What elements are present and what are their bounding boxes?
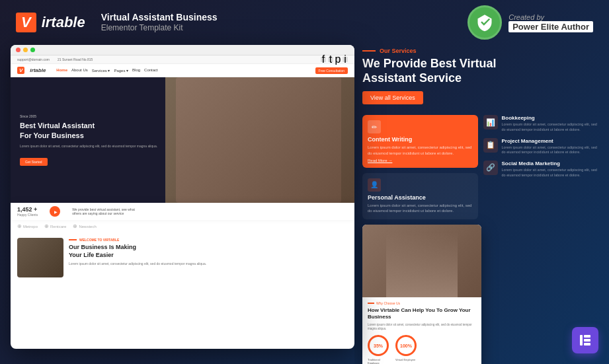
bookkeeping-icon: 📊 — [483, 115, 498, 129]
nav-contact: Contact — [144, 68, 158, 73]
partner-3: ⊕ Newstech — [73, 223, 96, 229]
site-logo-text: irtable — [30, 67, 46, 73]
play-button[interactable]: ▶ — [50, 206, 60, 217]
nav-cta-button[interactable]: Free Consultation — [315, 67, 348, 74]
services-tag: Our Services — [362, 48, 598, 54]
service-card-personal: 👤 Personal Assistance Lorem ipsum dolor … — [362, 173, 478, 219]
services-col-left: ✏ Content Writing Lorem ipsum dolor sit … — [362, 115, 478, 219]
service-desc-content-writing: Lorem ipsum dolor sit amet, consectetur … — [368, 145, 473, 156]
about-title-2: Your Life Easier — [69, 252, 348, 260]
view-all-services-button[interactable]: View all Services — [362, 91, 423, 104]
stats-circles: 35% Traditional Employee 100% Virtual Em… — [368, 335, 476, 364]
project-desc: Lorem ipsum dolor sit amet, consectetur … — [502, 145, 599, 155]
stat-block: 1,452 + Happy Clients — [17, 206, 38, 217]
hero-cta-button[interactable]: Get Started — [20, 158, 48, 166]
badge-text: Created by Power Elite Author — [508, 13, 593, 32]
twitter-icon: t — [328, 57, 333, 62]
stat-label: Happy Clients — [17, 213, 38, 217]
social-name: Social Media Marketing — [502, 161, 599, 166]
browser-chrome — [11, 45, 354, 55]
svg-rect-0 — [580, 335, 583, 346]
screenshot-why-choose: Why Choose Us How Virtable Can Help You … — [362, 225, 481, 364]
services-header: Our Services We Provide Best Virtual Ass… — [362, 45, 598, 110]
why-tag: Why Choose Us — [368, 301, 476, 305]
about-content: Welcome To Virtable Our Business Is Maki… — [69, 238, 348, 277]
why-content: Why Choose Us How Virtable Can Help You … — [362, 297, 481, 364]
contact-email: support@domain.com — [17, 57, 50, 61]
title-area: Virtual Assistant Business Elementor Tem… — [101, 11, 218, 34]
title-sub: Elementor Template Kit — [101, 23, 218, 34]
instagram-icon: i — [343, 57, 348, 62]
svg-rect-3 — [584, 343, 590, 346]
stats-bar: 1,452 + Happy Clients ▶ We provide best … — [11, 203, 354, 220]
logo-v: V — [16, 13, 36, 32]
service-name-personal: Personal Assistance — [368, 194, 473, 201]
bookkeeping-content: Bookkeeping Lorem ipsum dolor sit amet, … — [502, 115, 599, 132]
virtual-num: 100% — [400, 344, 412, 348]
facebook-icon: f — [321, 57, 326, 62]
person-silhouette — [386, 232, 458, 297]
hero-title-line1: Best Virtual Assistant — [20, 121, 157, 130]
logo-text: irtable — [42, 14, 85, 31]
stat-number: 1,452 + — [17, 206, 38, 213]
elementor-icon — [577, 332, 593, 348]
content-writing-icon: ✏ — [368, 120, 381, 133]
project-name: Project Management — [502, 138, 599, 144]
traditional-label: Traditional Employee — [368, 358, 391, 364]
svg-rect-2 — [584, 339, 590, 342]
hero-title-line2: For Your Business — [20, 131, 157, 140]
partner-1: ⊕ Metropo — [17, 223, 38, 229]
nav-services: Services ▾ — [92, 68, 110, 73]
screenshot-left: support@domain.com 21 Sunset Road No.815… — [11, 45, 354, 349]
created-by-label: Created by — [508, 13, 593, 21]
virtual-stat: 100% Virtual Employee — [395, 335, 419, 364]
read-more-link[interactable]: Read More → — [368, 159, 473, 163]
hero-person-area — [176, 77, 341, 203]
why-desc: Lorem ipsum dolor sit amet, consectetur … — [368, 323, 476, 332]
about-text: Lorem ipsum dolor sit amet, consectetur … — [69, 262, 348, 266]
right-panel: Our Services We Provide Best Virtual Ass… — [354, 45, 598, 364]
elementor-badge — [572, 327, 598, 353]
contact-address: 21 Sunset Road No.815 — [58, 57, 93, 61]
minimize-dot — [23, 48, 28, 52]
service-item-social: 🔗 Social Media Marketing Lorem ipsum dol… — [483, 161, 599, 178]
services-title-1: We Provide Best Virtual — [362, 57, 598, 71]
traditional-num: 35% — [374, 344, 383, 348]
service-name-content-writing: Content Writing — [368, 136, 473, 143]
content-area: support@domain.com 21 Sunset Road No.815… — [0, 45, 609, 364]
title-main: Virtual Assistant Business — [101, 11, 218, 23]
stat-desc: We provide best virtual assistant, see w… — [72, 207, 138, 216]
about-title: Our Business Is Making Your Life Easier — [69, 244, 348, 259]
why-choose-image — [362, 225, 481, 297]
virtual-label: Virtual Employee — [395, 358, 419, 361]
contact-bar: support@domain.com 21 Sunset Road No.815… — [11, 55, 354, 64]
hero-since: Since 2005 — [20, 114, 157, 118]
top-header: V irtable Virtual Assistant Business Ele… — [0, 0, 609, 45]
partners-bar: ⊕ Metropo ⊕ Rentcare ⊕ Newstech — [11, 220, 354, 233]
project-icon: 📋 — [483, 138, 498, 153]
services-col-right: 📊 Bookkeeping Lorem ipsum dolor sit amet… — [483, 115, 599, 219]
service-item-bookkeeping: 📊 Bookkeeping Lorem ipsum dolor sit amet… — [483, 115, 599, 132]
social-icons: f t p i — [321, 57, 348, 62]
pinterest-icon: p — [335, 57, 341, 62]
traditional-ring: 35% — [368, 335, 389, 356]
shield-check-icon — [475, 13, 494, 32]
social-desc: Lorem ipsum dolor sit amet, consectetur … — [502, 168, 599, 178]
about-section: Welcome To Virtable Our Business Is Maki… — [11, 233, 354, 283]
service-desc-personal: Lorem ipsum dolor sit amet, consectetur … — [368, 203, 473, 214]
service-item-project: 📋 Project Management Lorem ipsum dolor s… — [483, 138, 599, 155]
close-dot — [16, 48, 20, 52]
traditional-stat: 35% Traditional Employee — [368, 335, 391, 364]
social-content: Social Media Marketing Lorem ipsum dolor… — [502, 161, 599, 178]
social-icon: 🔗 — [483, 161, 498, 175]
main-container: V irtable Virtual Assistant Business Ele… — [0, 0, 609, 364]
hero-section: Since 2005 Best Virtual Assistant For Yo… — [11, 77, 354, 203]
badge-area: Created by Power Elite Author — [467, 5, 593, 40]
bookkeeping-desc: Lorem ipsum dolor sit amet, consectetur … — [502, 122, 599, 132]
site-logo-v: V — [17, 67, 24, 74]
svg-rect-1 — [584, 335, 590, 338]
logo-area: V irtable — [16, 13, 85, 32]
hero-desc: Lorem ipsum dolor sit amet, consectetur … — [20, 144, 157, 149]
services-title: We Provide Best Virtual Assistant Servic… — [362, 57, 598, 85]
about-title-1: Our Business Is Making — [69, 244, 348, 252]
